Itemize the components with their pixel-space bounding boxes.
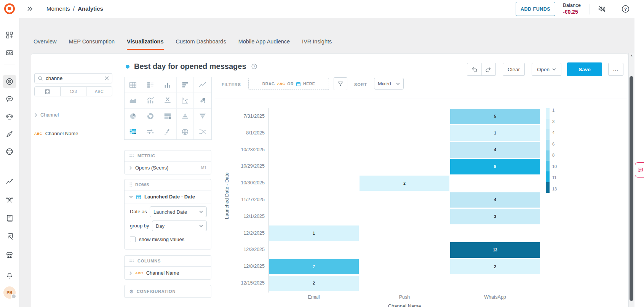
sidebar-item-audiences[interactable] — [3, 193, 16, 207]
legend-color-segment — [546, 171, 550, 182]
clear-button[interactable]: Clear — [503, 63, 525, 76]
scroll-up-arrow-icon[interactable]: ▲ — [629, 53, 634, 58]
viz-type-bubble-chart[interactable] — [194, 93, 211, 109]
rows-item[interactable]: 31 Launched Date - Date — [125, 190, 211, 203]
viz-type-geo-chart[interactable] — [177, 124, 194, 139]
sidebar-item-exchange[interactable] — [3, 145, 16, 158]
viz-type-scatter-plot[interactable] — [177, 93, 194, 109]
columns-item-type: ABC — [135, 271, 143, 275]
field-group-channel[interactable]: Channel — [34, 112, 59, 118]
heatmap-cell[interactable]: 3 — [450, 209, 540, 224]
sidebar-item-notifications[interactable] — [3, 268, 16, 282]
feedback-chat-icon — [637, 167, 644, 173]
viz-type-pivot-table[interactable] — [142, 77, 160, 93]
viz-type-area-chart[interactable] — [125, 93, 142, 109]
viz-type-flow[interactable] — [194, 124, 211, 139]
audiences-icon — [5, 196, 14, 204]
sidebar-item-storefront[interactable] — [3, 248, 16, 262]
heatmap-cell[interactable]: 5 — [450, 109, 540, 125]
sidebar-item-exit[interactable] — [3, 230, 16, 243]
mute-icon[interactable] — [597, 4, 607, 15]
open-button[interactable]: Open — [532, 63, 561, 76]
funnel-icon — [337, 81, 344, 87]
group-by-select[interactable]: Day — [152, 221, 207, 231]
heatmap-cell[interactable]: 4 — [450, 142, 540, 158]
campaigns-icon — [5, 130, 14, 138]
heatmap-cell[interactable]: 4 — [450, 192, 540, 208]
viz-type-donut-chart[interactable] — [142, 109, 160, 124]
scrollbar-thumb[interactable] — [630, 76, 633, 301]
heatmap-cell[interactable]: 2 — [360, 176, 449, 191]
heatmap-cell[interactable]: 1 — [450, 125, 540, 141]
help-icon[interactable]: ? — [621, 4, 630, 15]
sidebar-item-conversations[interactable] — [3, 92, 16, 106]
redo-button[interactable] — [482, 63, 496, 75]
add-funds-button[interactable]: ADD FUNDS — [516, 2, 555, 16]
heatmap-cell[interactable]: 13 — [450, 242, 540, 258]
viz-type-pyramid[interactable] — [177, 109, 194, 124]
heatmap-cell[interactable]: 8 — [450, 159, 540, 174]
viz-type-table[interactable] — [125, 77, 142, 93]
save-button[interactable]: Save — [567, 62, 602, 76]
title-help-icon[interactable]: ? — [251, 63, 257, 70]
configuration-section[interactable]: ⚙ CONFIGURATION — [124, 285, 211, 298]
breadcrumb[interactable]: Moments / Analytics — [46, 5, 103, 12]
toggle-text-button[interactable]: ABC — [86, 87, 112, 96]
breadcrumb-page: Analytics — [78, 5, 103, 12]
moments-icon — [5, 77, 14, 86]
heatmap-cell[interactable]: 2 — [450, 259, 540, 275]
toggle-numeric-button[interactable]: 123 — [61, 87, 86, 96]
heatmap-cell[interactable]: 2 — [269, 276, 359, 291]
tab-ivr-insights[interactable]: IVR Insights — [302, 38, 332, 50]
heatmap-cell[interactable]: 7 — [269, 259, 359, 275]
heatmap-cell[interactable]: 1 — [269, 225, 359, 241]
collapse-sidebar-icon[interactable] — [26, 5, 34, 14]
sidebar-item-campaigns[interactable] — [3, 127, 16, 141]
legend-color-bar — [546, 108, 550, 193]
sort-select[interactable]: Mixed — [374, 78, 404, 90]
tab-custom-dashboards[interactable]: Custom Dashboards — [176, 38, 226, 50]
tab-visualizations[interactable]: Visualizations — [127, 38, 163, 50]
sidebar-item-apps[interactable] — [3, 28, 16, 42]
viz-type-step-chart[interactable] — [159, 124, 177, 139]
infobip-logo-icon[interactable] — [4, 3, 16, 15]
breadcrumb-section[interactable]: Moments — [46, 5, 70, 12]
sidebar-item-toolbox[interactable] — [3, 46, 16, 59]
x-tick-label: Email — [268, 294, 359, 300]
viz-type-pie-chart[interactable] — [125, 109, 142, 124]
feedback-tab[interactable] — [635, 162, 644, 177]
field-search-input[interactable]: channe — [34, 73, 112, 83]
sidebar-item-library[interactable] — [3, 211, 16, 225]
toggle-measures-button[interactable] — [35, 87, 61, 96]
field-item-channel-name[interactable]: ABC Channel Name — [34, 131, 78, 136]
sidebar-item-moments[interactable] — [3, 75, 16, 88]
tab-overview[interactable]: Overview — [34, 38, 56, 50]
line-chart-icon — [198, 81, 207, 89]
sidebar-item-analytics[interactable] — [3, 175, 16, 189]
viz-type-text[interactable] — [159, 93, 177, 109]
filter-drop-zone[interactable]: DRAG ABC OR HERE — [248, 78, 329, 90]
viz-type-funnel[interactable] — [194, 109, 211, 124]
undo-button[interactable] — [467, 63, 482, 75]
sidebar-item-bot[interactable] — [3, 110, 16, 123]
calendar-icon — [296, 82, 301, 86]
viz-type-treemap[interactable] — [159, 109, 177, 124]
viz-type-combo-chart[interactable] — [142, 93, 160, 109]
show-missing-values-checkbox[interactable] — [130, 237, 136, 242]
columns-item[interactable]: ABC Channel Name — [125, 266, 211, 279]
tab-mep-consumption[interactable]: MEP Consumption — [69, 38, 115, 50]
date-as-select[interactable]: Launched Date — [150, 206, 207, 217]
legend-color-segment — [546, 108, 550, 119]
more-button[interactable]: ... — [608, 63, 623, 76]
user-avatar[interactable]: PB — [3, 286, 16, 299]
metric-item[interactable]: Opens (Seens) M1 — [125, 161, 211, 174]
viz-type-heatmap[interactable] — [125, 124, 142, 139]
legend-tick-label: 8 — [552, 153, 555, 157]
viz-type-bullet[interactable] — [142, 124, 160, 139]
tab-mobile-app-audience[interactable]: Mobile App Audience — [238, 38, 290, 50]
viz-type-line-chart[interactable] — [194, 77, 211, 93]
clear-search-icon[interactable] — [105, 76, 109, 80]
viz-type-bar-chart[interactable] — [177, 77, 194, 93]
filter-funnel-button[interactable] — [334, 77, 347, 90]
viz-type-column-chart[interactable] — [159, 77, 177, 93]
